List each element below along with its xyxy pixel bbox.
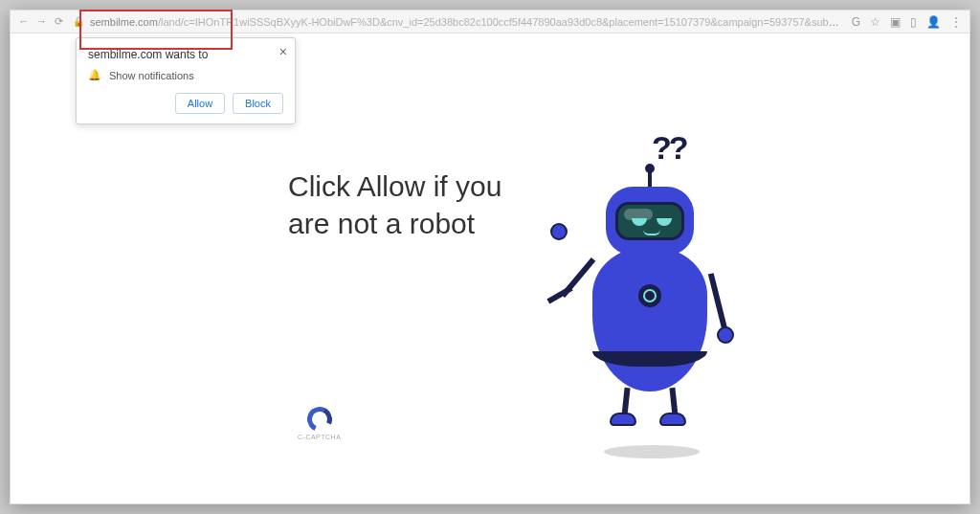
robot-illustration: ??: [546, 129, 757, 474]
allow-button[interactable]: Allow: [175, 93, 225, 114]
close-icon[interactable]: ×: [279, 44, 287, 59]
captcha-logo-icon: [303, 403, 335, 435]
question-marks-icon: ??: [652, 129, 686, 167]
cast-icon[interactable]: ▣: [890, 15, 901, 29]
robot-shadow: [604, 445, 700, 458]
robot-eye-right: [657, 218, 672, 226]
browser-toolbar: ← → ⟳ 🔒 sembilme.com/land/c=IHOnTR1wiSSS…: [11, 11, 969, 34]
back-button[interactable]: ←: [18, 15, 29, 28]
bell-icon: 🔔: [88, 69, 101, 81]
google-icon[interactable]: G: [852, 15, 860, 29]
permission-origin-text: sembilme.com wants to: [88, 48, 283, 61]
notification-permission-popup: × sembilme.com wants to 🔔 Show notificat…: [76, 37, 296, 124]
toolbar-right: G ☆ ▣ ▯ 👤 ⋮: [852, 15, 962, 29]
robot-visor: [615, 202, 684, 240]
robot-foot-right: [659, 413, 686, 426]
forward-button[interactable]: →: [36, 15, 47, 28]
address-bar[interactable]: 🔒 sembilme.com/land/c=IHOnTR1wiSSSqBXyyK…: [73, 16, 842, 28]
url-text: sembilme.com/land/c=IHOnTR1wiSSSqBXyyK-H…: [90, 16, 842, 28]
captcha-label: C-CAPTCHA: [298, 434, 341, 440]
permission-buttons: Allow Block: [88, 93, 283, 114]
robot-hand-left: [550, 223, 568, 240]
profile-icon[interactable]: 👤: [926, 15, 941, 29]
star-icon[interactable]: ☆: [870, 15, 880, 29]
robot-eye-left: [632, 218, 647, 226]
bookmark-icon[interactable]: ▯: [910, 15, 917, 29]
robot-belt: [592, 351, 707, 367]
robot-arm-left: [561, 257, 596, 298]
permission-item-label: Show notifications: [109, 70, 194, 81]
reload-button[interactable]: ⟳: [55, 15, 63, 28]
menu-icon[interactable]: ⋮: [950, 15, 962, 29]
nav-controls: ← → ⟳: [18, 15, 63, 28]
permission-item: 🔔 Show notifications: [88, 69, 283, 81]
robot-hand-right: [717, 326, 734, 344]
robot-foot-left: [610, 413, 636, 426]
robot-body: [592, 248, 707, 391]
main-message: Click Allow if you are not a robot: [288, 168, 537, 242]
robot-head: [606, 187, 694, 256]
captcha-badge: C-CAPTCHA: [298, 407, 341, 440]
heading-text: Click Allow if you are not a robot: [288, 168, 537, 242]
robot-chest-light: [638, 284, 661, 307]
robot-arm-right: [708, 273, 727, 330]
browser-window: ← → ⟳ 🔒 sembilme.com/land/c=IHOnTR1wiSSS…: [10, 10, 970, 504]
robot-mouth: [643, 230, 660, 235]
lock-icon: 🔒: [73, 16, 84, 27]
block-button[interactable]: Block: [233, 93, 283, 114]
page-content: × sembilme.com wants to 🔔 Show notificat…: [11, 34, 969, 503]
